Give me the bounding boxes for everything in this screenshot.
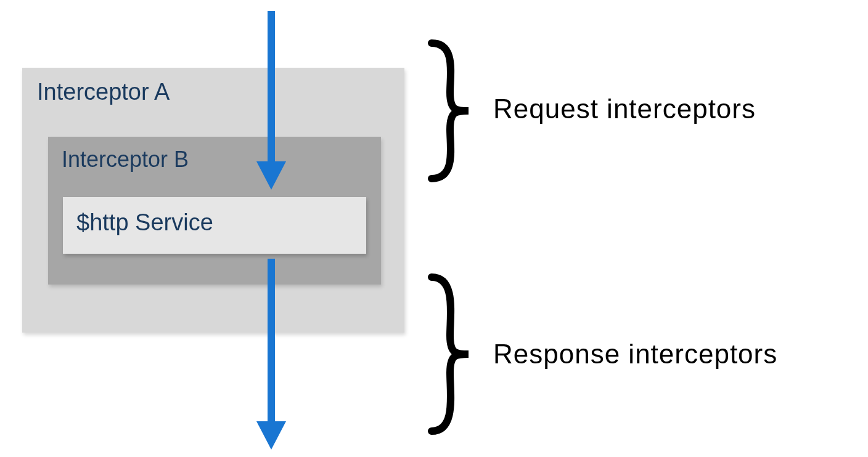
request-brace-icon: [432, 43, 469, 179]
http-service-box: $http Service: [63, 197, 366, 254]
interceptor-a-label: Interceptor A: [37, 79, 170, 105]
diagram-canvas: Interceptor A Interceptor B $http Servic…: [0, 0, 868, 457]
http-service-label: $http Service: [76, 209, 213, 235]
interceptor-b-label: Interceptor B: [62, 147, 189, 172]
svg-marker-3: [256, 421, 286, 450]
response-interceptors-label: Response interceptors: [493, 339, 777, 370]
request-interceptors-label: Request interceptors: [493, 94, 756, 124]
response-brace-icon: [432, 277, 469, 431]
